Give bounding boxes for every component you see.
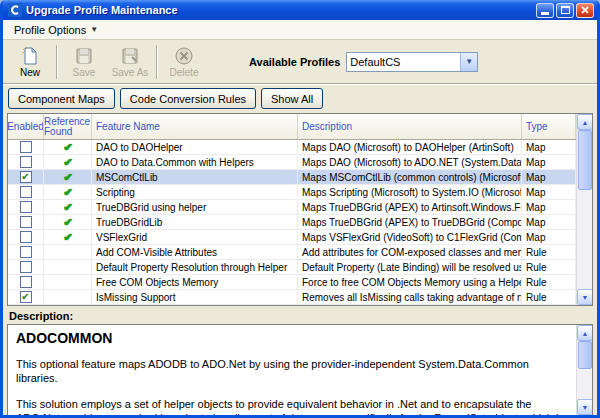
reference-found-cell: ✔ [44,140,92,154]
column-header-enabled[interactable]: Enabled [8,114,44,139]
feature-type-cell: Rule [522,275,576,289]
feature-type-cell: Rule [522,245,576,259]
table-row[interactable]: ✔DAO to Data.Common with HelpersMaps DAO… [8,155,576,170]
column-header-reference-found[interactable]: Reference Found [44,114,92,139]
grid-vertical-scrollbar[interactable]: ▲ ▼ [576,114,592,305]
table-row[interactable]: ✔ScriptingMaps Scripting (Microsoft) to … [8,185,576,200]
scroll-up-button[interactable]: ▲ [577,325,593,341]
enabled-checkbox[interactable] [20,246,32,258]
new-button[interactable]: New [7,42,53,82]
enabled-cell [8,230,44,244]
save-button[interactable]: Save [61,42,107,82]
description-vertical-scrollbar[interactable]: ▲ ▼ [576,325,592,415]
minimize-icon [541,12,549,15]
enabled-checkbox[interactable]: ✔ [20,291,32,303]
delete-icon [174,46,194,66]
toolbar-separator [56,45,58,79]
feature-name-cell: Default Property Resolution through Help… [92,260,298,274]
table-row[interactable]: ✔TrueDBGridLibMaps TrueDBGrid (APEX) to … [8,215,576,230]
delete-button[interactable]: Delete [161,42,207,82]
table-row[interactable]: Free COM Objects MemoryForce to free COM… [8,275,576,290]
reference-found-check-icon: ✔ [63,216,72,229]
save-button-label: Save [73,67,96,78]
feature-name-cell: Free COM Objects Memory [92,275,298,289]
feature-name-cell: DAO to DAOHelper [92,140,298,154]
titlebar[interactable]: Upgrade Profile Maintenance ✕ [3,0,597,20]
enabled-checkbox[interactable] [20,156,32,168]
code-conversion-rules-button[interactable]: Code Conversion Rules [120,88,256,109]
save-as-button[interactable]: Save As [107,42,153,82]
enabled-checkbox[interactable] [20,231,32,243]
app-icon [8,3,22,17]
table-row[interactable]: Add COM-Visible AttributesAdd attributes… [8,245,576,260]
scroll-up-button[interactable]: ▲ [577,114,593,130]
feature-type-cell: Map [522,215,576,229]
enabled-checkbox[interactable] [20,201,32,213]
scrollbar-thumb[interactable] [578,341,592,369]
feature-type-cell: Map [522,230,576,244]
scroll-down-button[interactable]: ▼ [577,289,593,305]
feature-description-cell: Maps TrueDBGrid (APEX) to TrueDBGrid (Co… [298,215,522,229]
feature-name-cell: TrueDBGrid using helper [92,200,298,214]
enabled-cell: ✔ [8,170,44,184]
feature-type-cell: Rule [522,260,576,274]
maximize-icon [561,6,570,14]
enabled-checkbox[interactable] [20,261,32,273]
description-label: Description: [9,310,591,322]
enabled-checkbox[interactable] [20,216,32,228]
scrollbar-track[interactable] [577,130,592,289]
scrollbar-thumb[interactable] [578,130,592,190]
table-row[interactable]: Default Property Resolution through Help… [8,260,576,275]
feature-description-cell: Maps VSFlexGrid (VideoSoft) to C1FlexGri… [298,230,522,244]
show-all-button[interactable]: Show All [261,88,323,109]
description-box[interactable]: ADOCOMMON This optional feature maps ADO… [7,324,593,416]
column-header-feature-name[interactable]: Feature Name [92,114,298,139]
delete-button-label: Delete [170,67,199,78]
enabled-checkbox[interactable] [20,276,32,288]
enabled-cell [8,215,44,229]
close-button[interactable]: ✕ [576,3,594,18]
feature-description-cell: Force to free COM Objects Memory using a… [298,275,522,289]
reference-found-cell [44,260,92,274]
table-row[interactable]: ✔VSFlexGridMaps VSFlexGrid (VideoSoft) t… [8,230,576,245]
table-row[interactable]: ✔✔MSComCtlLibMaps MSComCtlLib (common co… [8,170,576,185]
menu-profile-options[interactable]: Profile Options ▼ [7,22,105,38]
table-row[interactable]: ✔IsMissing SupportRemoves all IsMissing … [8,290,576,305]
maximize-button[interactable] [556,3,574,18]
feature-description-cell: Maps MSComCtlLib (common controls) (Micr… [298,170,522,184]
reference-found-cell [44,245,92,259]
reference-found-check-icon: ✔ [63,171,72,184]
enabled-checkbox[interactable]: ✔ [20,171,32,183]
toolbar-separator [156,45,158,79]
save-floppy-icon [74,46,94,66]
reference-found-cell: ✔ [44,200,92,214]
enabled-cell [8,200,44,214]
enabled-cell [8,260,44,274]
save-as-button-label: Save As [112,67,149,78]
feature-name-cell: VSFlexGrid [92,230,298,244]
close-icon: ✕ [580,5,589,16]
scrollbar-track[interactable] [577,341,592,399]
minimize-button[interactable] [536,3,554,18]
feature-description-cell: Default Property (Late Binding) will be … [298,260,522,274]
combo-dropdown-icon[interactable]: ▼ [460,53,477,71]
scroll-down-button[interactable]: ▼ [577,399,593,415]
feature-name-cell: TrueDBGridLib [92,215,298,229]
table-row[interactable]: ✔DAO to DAOHelperMaps DAO (Microsoft) to… [8,140,576,155]
arrow-up-icon: ▲ [582,119,589,126]
description-content: ADOCOMMON This optional feature maps ADO… [8,325,576,415]
feature-grid-body: ✔DAO to DAOHelperMaps DAO (Microsoft) to… [8,140,576,305]
enabled-cell [8,155,44,169]
table-row[interactable]: ✔TrueDBGrid using helperMaps TrueDBGrid … [8,200,576,215]
column-header-description[interactable]: Description [298,114,522,139]
available-profiles-group: Available Profiles DefaultCS ▼ [249,52,478,72]
feature-description-cell: Add attributes for COM-exposed classes a… [298,245,522,259]
available-profiles-value: DefaultCS [347,56,460,68]
component-maps-button[interactable]: Component Maps [8,88,115,109]
column-header-type[interactable]: Type [522,114,576,139]
enabled-checkbox[interactable] [20,186,32,198]
enabled-checkbox[interactable] [20,141,32,153]
new-document-icon [20,46,40,66]
available-profiles-select[interactable]: DefaultCS ▼ [346,52,478,72]
feature-description-cell: Maps TrueDBGrid (APEX) to Artinsoft.Wind… [298,200,522,214]
